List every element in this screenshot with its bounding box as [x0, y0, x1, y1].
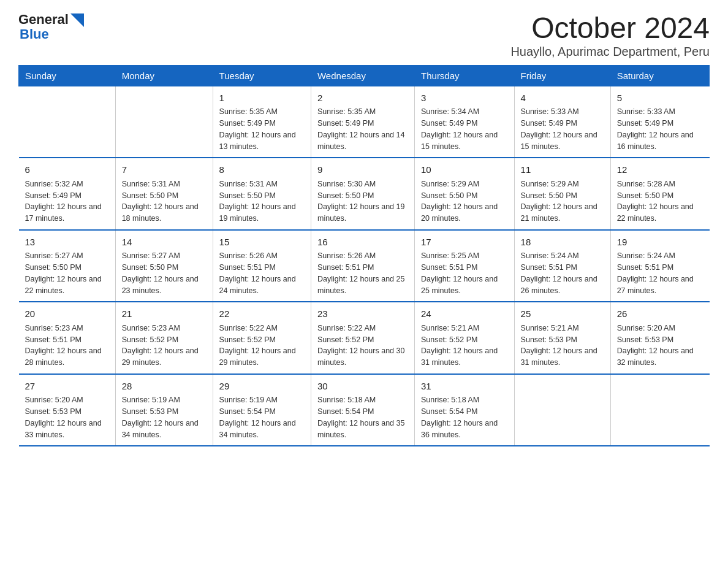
day-number: 8: [219, 163, 305, 177]
day-number: 26: [617, 307, 703, 321]
day-info: Sunrise: 5:19 AMSunset: 5:53 PMDaylight:…: [122, 394, 207, 440]
page-header: General Blue October 2024 Huayllo, Apuri…: [18, 12, 710, 59]
calendar-cell: 25Sunrise: 5:21 AMSunset: 5:53 PMDayligh…: [514, 302, 610, 374]
calendar-cell: 24Sunrise: 5:21 AMSunset: 5:52 PMDayligh…: [415, 302, 515, 374]
header-tuesday: Tuesday: [213, 65, 311, 86]
day-info: Sunrise: 5:23 AMSunset: 5:52 PMDaylight:…: [122, 323, 207, 369]
header-saturday: Saturday: [610, 65, 709, 86]
calendar-header-row: SundayMondayTuesdayWednesdayThursdayFrid…: [19, 65, 710, 86]
day-number: 24: [421, 307, 508, 321]
calendar-cell: 10Sunrise: 5:29 AMSunset: 5:50 PMDayligh…: [415, 158, 515, 230]
day-info: Sunrise: 5:20 AMSunset: 5:53 PMDaylight:…: [617, 323, 703, 369]
calendar-cell: 20Sunrise: 5:23 AMSunset: 5:51 PMDayligh…: [19, 302, 116, 374]
day-number: 4: [521, 91, 604, 105]
day-info: Sunrise: 5:19 AMSunset: 5:54 PMDaylight:…: [219, 394, 305, 440]
calendar-cell: 3Sunrise: 5:34 AMSunset: 5:49 PMDaylight…: [415, 86, 515, 158]
day-info: Sunrise: 5:35 AMSunset: 5:49 PMDaylight:…: [317, 106, 408, 152]
logo-triangle-icon: [70, 13, 84, 27]
day-info: Sunrise: 5:26 AMSunset: 5:51 PMDaylight:…: [317, 250, 408, 296]
calendar-cell: 21Sunrise: 5:23 AMSunset: 5:52 PMDayligh…: [115, 302, 213, 374]
calendar-cell: 15Sunrise: 5:26 AMSunset: 5:51 PMDayligh…: [213, 230, 311, 302]
calendar-cell: 19Sunrise: 5:24 AMSunset: 5:51 PMDayligh…: [610, 230, 709, 302]
calendar-cell: 4Sunrise: 5:33 AMSunset: 5:49 PMDaylight…: [514, 86, 610, 158]
page-title: October 2024: [510, 12, 710, 45]
day-info: Sunrise: 5:25 AMSunset: 5:51 PMDaylight:…: [421, 250, 508, 296]
calendar-cell: 23Sunrise: 5:22 AMSunset: 5:52 PMDayligh…: [311, 302, 414, 374]
day-number: 23: [317, 307, 408, 321]
day-number: 21: [122, 307, 207, 321]
day-info: Sunrise: 5:18 AMSunset: 5:54 PMDaylight:…: [317, 394, 408, 440]
week-row-4: 20Sunrise: 5:23 AMSunset: 5:51 PMDayligh…: [19, 302, 710, 374]
day-number: 28: [122, 380, 207, 394]
calendar-cell: [19, 86, 116, 158]
calendar-cell: 7Sunrise: 5:31 AMSunset: 5:50 PMDaylight…: [115, 158, 213, 230]
calendar-cell: 11Sunrise: 5:29 AMSunset: 5:50 PMDayligh…: [514, 158, 610, 230]
day-info: Sunrise: 5:33 AMSunset: 5:49 PMDaylight:…: [521, 106, 604, 152]
logo: General Blue: [18, 12, 84, 42]
calendar-cell: 22Sunrise: 5:22 AMSunset: 5:52 PMDayligh…: [213, 302, 311, 374]
day-number: 6: [25, 163, 109, 177]
day-info: Sunrise: 5:29 AMSunset: 5:50 PMDaylight:…: [521, 178, 604, 224]
calendar-cell: 16Sunrise: 5:26 AMSunset: 5:51 PMDayligh…: [311, 230, 414, 302]
day-number: 10: [421, 163, 508, 177]
calendar-cell: 13Sunrise: 5:27 AMSunset: 5:50 PMDayligh…: [19, 230, 116, 302]
calendar-cell: 14Sunrise: 5:27 AMSunset: 5:50 PMDayligh…: [115, 230, 213, 302]
day-number: 7: [122, 163, 207, 177]
header-monday: Monday: [115, 65, 213, 86]
calendar-cell: 30Sunrise: 5:18 AMSunset: 5:54 PMDayligh…: [311, 374, 414, 446]
day-number: 12: [617, 163, 703, 177]
day-info: Sunrise: 5:20 AMSunset: 5:53 PMDaylight:…: [25, 394, 109, 440]
calendar-cell: 8Sunrise: 5:31 AMSunset: 5:50 PMDaylight…: [213, 158, 311, 230]
day-number: 31: [421, 380, 508, 394]
header-friday: Friday: [514, 65, 610, 86]
day-info: Sunrise: 5:21 AMSunset: 5:53 PMDaylight:…: [521, 323, 604, 369]
calendar-cell: [115, 86, 213, 158]
day-info: Sunrise: 5:28 AMSunset: 5:50 PMDaylight:…: [617, 178, 703, 224]
day-info: Sunrise: 5:24 AMSunset: 5:51 PMDaylight:…: [521, 250, 604, 296]
day-number: 27: [25, 380, 109, 394]
day-info: Sunrise: 5:23 AMSunset: 5:51 PMDaylight:…: [25, 323, 109, 369]
calendar-cell: 29Sunrise: 5:19 AMSunset: 5:54 PMDayligh…: [213, 374, 311, 446]
day-info: Sunrise: 5:26 AMSunset: 5:51 PMDaylight:…: [219, 250, 305, 296]
day-number: 30: [317, 380, 408, 394]
day-number: 22: [219, 307, 305, 321]
day-info: Sunrise: 5:18 AMSunset: 5:54 PMDaylight:…: [421, 394, 508, 440]
day-number: 2: [317, 91, 408, 105]
day-number: 9: [317, 163, 408, 177]
calendar-cell: 2Sunrise: 5:35 AMSunset: 5:49 PMDaylight…: [311, 86, 414, 158]
calendar-cell: 9Sunrise: 5:30 AMSunset: 5:50 PMDaylight…: [311, 158, 414, 230]
day-info: Sunrise: 5:27 AMSunset: 5:50 PMDaylight:…: [25, 250, 109, 296]
day-number: 20: [25, 307, 109, 321]
day-info: Sunrise: 5:22 AMSunset: 5:52 PMDaylight:…: [317, 323, 408, 369]
day-number: 19: [617, 236, 703, 250]
calendar-cell: 12Sunrise: 5:28 AMSunset: 5:50 PMDayligh…: [610, 158, 709, 230]
week-row-1: 1Sunrise: 5:35 AMSunset: 5:49 PMDaylight…: [19, 86, 710, 158]
calendar-cell: 26Sunrise: 5:20 AMSunset: 5:53 PMDayligh…: [610, 302, 709, 374]
day-info: Sunrise: 5:21 AMSunset: 5:52 PMDaylight:…: [421, 323, 508, 369]
day-number: 25: [521, 307, 604, 321]
header-thursday: Thursday: [415, 65, 515, 86]
week-row-5: 27Sunrise: 5:20 AMSunset: 5:53 PMDayligh…: [19, 374, 710, 446]
day-info: Sunrise: 5:32 AMSunset: 5:49 PMDaylight:…: [25, 178, 109, 224]
day-info: Sunrise: 5:30 AMSunset: 5:50 PMDaylight:…: [317, 178, 408, 224]
calendar-cell: 17Sunrise: 5:25 AMSunset: 5:51 PMDayligh…: [415, 230, 515, 302]
header-sunday: Sunday: [19, 65, 116, 86]
logo-general: General: [18, 12, 69, 27]
day-info: Sunrise: 5:29 AMSunset: 5:50 PMDaylight:…: [421, 178, 508, 224]
calendar-cell: 31Sunrise: 5:18 AMSunset: 5:54 PMDayligh…: [415, 374, 515, 446]
calendar-cell: [514, 374, 610, 446]
svg-marker-0: [70, 13, 84, 27]
day-info: Sunrise: 5:34 AMSunset: 5:49 PMDaylight:…: [421, 106, 508, 152]
page-subtitle: Huayllo, Apurimac Department, Peru: [510, 45, 710, 59]
day-number: 3: [421, 91, 508, 105]
calendar-table: SundayMondayTuesdayWednesdayThursdayFrid…: [18, 65, 710, 447]
day-info: Sunrise: 5:27 AMSunset: 5:50 PMDaylight:…: [122, 250, 207, 296]
day-number: 15: [219, 236, 305, 250]
day-info: Sunrise: 5:31 AMSunset: 5:50 PMDaylight:…: [122, 178, 207, 224]
calendar-cell: 5Sunrise: 5:33 AMSunset: 5:49 PMDaylight…: [610, 86, 709, 158]
calendar-cell: 28Sunrise: 5:19 AMSunset: 5:53 PMDayligh…: [115, 374, 213, 446]
week-row-3: 13Sunrise: 5:27 AMSunset: 5:50 PMDayligh…: [19, 230, 710, 302]
week-row-2: 6Sunrise: 5:32 AMSunset: 5:49 PMDaylight…: [19, 158, 710, 230]
day-number: 14: [122, 236, 207, 250]
calendar-cell: 18Sunrise: 5:24 AMSunset: 5:51 PMDayligh…: [514, 230, 610, 302]
